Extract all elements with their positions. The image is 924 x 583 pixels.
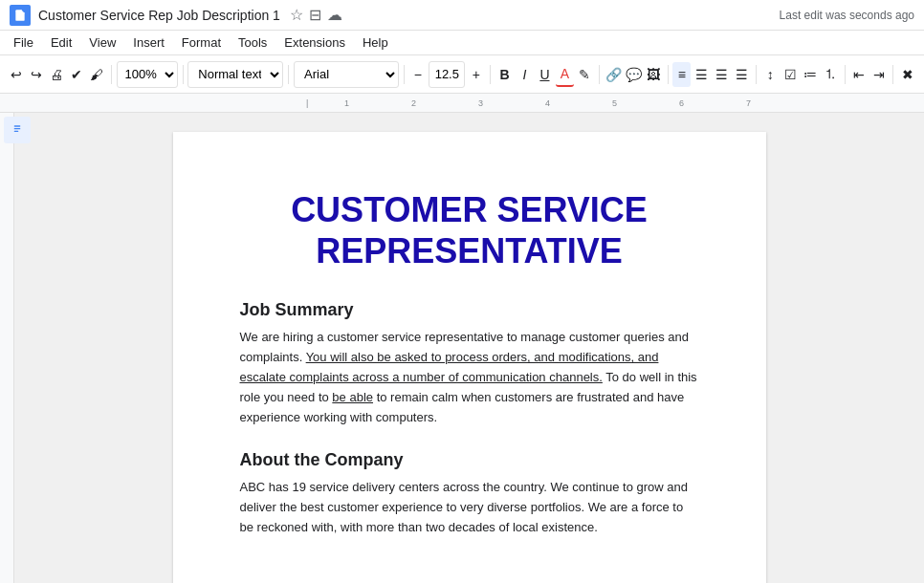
about-company-text: ABC has 19 service delivery centers acro… bbox=[240, 478, 699, 537]
divider-10 bbox=[892, 65, 893, 84]
menu-view[interactable]: View bbox=[81, 33, 123, 52]
cloud-icon[interactable]: ☁ bbox=[327, 6, 342, 24]
numbered-list-button[interactable]: ⒈ bbox=[822, 62, 840, 87]
job-summary-text: We are hiring a customer service represe… bbox=[240, 328, 699, 427]
divider-2 bbox=[183, 65, 184, 84]
increase-font-button[interactable]: + bbox=[467, 62, 485, 87]
menu-edit[interactable]: Edit bbox=[43, 33, 79, 52]
job-summary-text-3a-underlined: be able bbox=[332, 390, 373, 404]
left-panel bbox=[0, 113, 14, 583]
font-size-input[interactable] bbox=[429, 61, 465, 88]
about-company-text-1: ABC has 19 service delivery centers acro… bbox=[240, 480, 688, 534]
decrease-font-button[interactable]: − bbox=[408, 62, 427, 87]
decrease-indent-button[interactable]: ⇤ bbox=[849, 62, 868, 87]
line-spacing-button[interactable]: ↕ bbox=[761, 62, 780, 87]
align-justify-button[interactable]: ☰ bbox=[733, 62, 751, 87]
menu-insert[interactable]: Insert bbox=[125, 33, 172, 52]
document-outline-icon[interactable] bbox=[4, 117, 31, 143]
zoom-select[interactable]: 100% 75% 150% bbox=[117, 61, 178, 88]
undo-button[interactable]: ↩ bbox=[8, 62, 26, 87]
title-bar: Customer Service Rep Job Description 1 ☆… bbox=[0, 0, 924, 31]
checklist-button[interactable]: ☑ bbox=[781, 62, 800, 87]
comment-button[interactable]: 💬 bbox=[625, 62, 643, 87]
menu-file[interactable]: File bbox=[6, 33, 41, 52]
underline-button[interactable]: U bbox=[536, 62, 554, 87]
toolbar: ↩ ↪ 🖨 ✔ 🖌 100% 75% 150% Normal text Head… bbox=[0, 55, 924, 94]
image-button[interactable]: 🖼 bbox=[645, 62, 663, 87]
print-button[interactable]: 🖨 bbox=[48, 62, 66, 87]
paragraph-style-select[interactable]: Normal text Heading 1 Heading 2 bbox=[187, 61, 283, 88]
divider-7 bbox=[668, 65, 669, 84]
menu-extensions[interactable]: Extensions bbox=[276, 33, 353, 52]
redo-button[interactable]: ↪ bbox=[28, 62, 46, 87]
about-company-heading: About the Company bbox=[240, 450, 699, 470]
divider-8 bbox=[756, 65, 757, 84]
menu-help[interactable]: Help bbox=[355, 33, 396, 52]
paint-format-button[interactable]: 🖌 bbox=[88, 62, 106, 87]
align-left-button[interactable]: ≡ bbox=[672, 62, 691, 87]
link-button[interactable]: 🔗 bbox=[605, 62, 623, 87]
divider-3 bbox=[288, 65, 289, 84]
divider-6 bbox=[599, 65, 600, 84]
menu-format[interactable]: Format bbox=[174, 33, 229, 52]
star-icon[interactable]: ☆ bbox=[290, 6, 303, 24]
document-title-heading: CUSTOMER SERVICE REPRESENTATIVE bbox=[240, 189, 699, 271]
highlight-button[interactable]: ✎ bbox=[576, 62, 594, 87]
app-icon bbox=[10, 5, 31, 26]
document-page: CUSTOMER SERVICE REPRESENTATIVE Job Summ… bbox=[173, 132, 766, 583]
menu-tools[interactable]: Tools bbox=[231, 33, 275, 52]
folder-icon[interactable]: ⊟ bbox=[309, 6, 321, 24]
bold-button[interactable]: B bbox=[495, 62, 514, 87]
document-title: Customer Service Rep Job Description 1 bbox=[38, 8, 280, 23]
ruler: | 1 2 3 4 5 6 7 bbox=[0, 94, 924, 113]
text-color-button[interactable]: A bbox=[556, 62, 574, 87]
menu-bar: File Edit View Insert Format Tools Exten… bbox=[0, 31, 924, 55]
spellcheck-button[interactable]: ✔ bbox=[68, 62, 86, 87]
divider-1 bbox=[111, 65, 112, 84]
title-actions[interactable]: ☆ ⊟ ☁ bbox=[290, 6, 342, 24]
divider-4 bbox=[404, 65, 405, 84]
align-center-button[interactable]: ☰ bbox=[693, 62, 711, 87]
increase-indent-button[interactable]: ⇥ bbox=[869, 62, 888, 87]
bullet-list-button[interactable]: ≔ bbox=[802, 62, 820, 87]
page-area: CUSTOMER SERVICE REPRESENTATIVE Job Summ… bbox=[14, 113, 924, 583]
divider-9 bbox=[845, 65, 846, 84]
clear-format-button[interactable]: ✖ bbox=[898, 62, 916, 87]
last-edit: Last edit was seconds ago bbox=[780, 9, 914, 22]
main-area: CUSTOMER SERVICE REPRESENTATIVE Job Summ… bbox=[0, 113, 924, 583]
italic-button[interactable]: I bbox=[516, 62, 534, 87]
font-select[interactable]: Arial Times New Roman Courier New bbox=[294, 61, 399, 88]
align-right-button[interactable]: ☰ bbox=[713, 62, 731, 87]
job-summary-heading: Job Summary bbox=[240, 300, 699, 320]
divider-5 bbox=[490, 65, 491, 84]
